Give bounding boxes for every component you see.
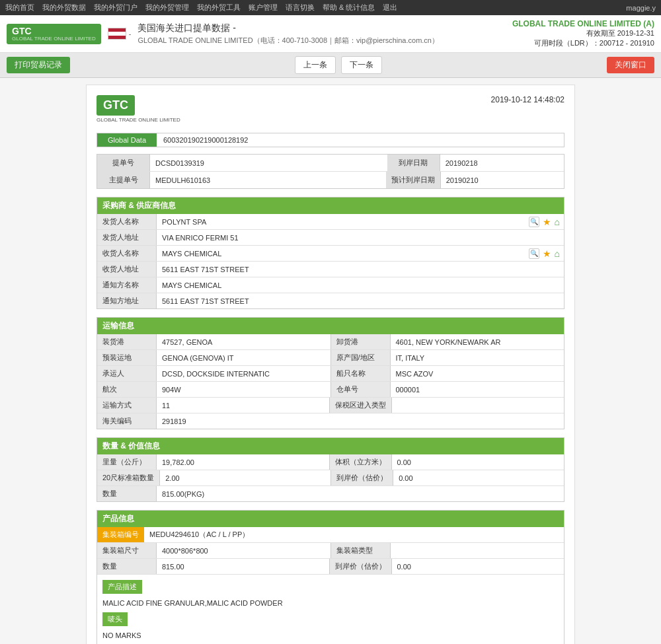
- doc-logo-image: GTC: [97, 95, 135, 116]
- storage-value: 000001: [391, 382, 564, 397]
- notify-name-value: MAYS CHEMICAL: [157, 277, 564, 293]
- master-bill-value: MEDULH610163: [150, 172, 386, 188]
- prev-button[interactable]: 上一条: [295, 56, 336, 74]
- marks-value: NO MARKS: [102, 629, 559, 642]
- usage-period: 可用时段（LDR）：200712 - 201910: [512, 38, 654, 48]
- transport-mode-row: 运输方式 11 保税区进入类型: [97, 398, 564, 413]
- next-button[interactable]: 下一条: [341, 56, 382, 74]
- shipper-search-icon[interactable]: 🔍: [529, 217, 539, 227]
- quantity-section-title: 数量 & 价值信息: [97, 438, 564, 454]
- nav-export-mgmt[interactable]: 我的外贸管理: [145, 3, 189, 13]
- volume-label: 体积（立方米）: [330, 454, 392, 470]
- consignee-star-icon[interactable]: ★: [543, 248, 551, 259]
- container20-row: 20尺标准箱数量 2.00 到岸价（估价） 0.00: [97, 470, 564, 486]
- container-id-row: 集装箱编号 MEDU4294610（AC / L / PP）: [97, 527, 564, 543]
- logo: GTC GLOBAL TRADE ONLINE LIMITED: [7, 24, 101, 44]
- global-data-label: Global Data: [97, 133, 157, 147]
- product-desc-container: 产品描述 MALIC ACID FINE GRANULAR,MALIC ACID…: [97, 575, 564, 644]
- notify-addr-value: 5611 EAST 71ST STREET: [157, 293, 564, 308]
- marks-label: 唛头: [102, 612, 128, 626]
- estimated-date-label: 预计到岸日期: [386, 172, 441, 188]
- nav-account-mgmt[interactable]: 账户管理: [249, 3, 278, 13]
- product-qty-value: 815.00: [157, 559, 330, 574]
- flag-icon: -: [108, 28, 132, 40]
- nav-home[interactable]: 我的首页: [5, 3, 34, 13]
- consignee-actions: 🔍 ★ ⌂: [529, 246, 564, 261]
- consignee-addr-row: 收货人地址 5611 EAST 71ST STREET: [97, 262, 564, 277]
- notify-name-label: 通知方名称: [97, 277, 157, 293]
- top-navigation: 我的首页 我的外贸数据 我的外贸门户 我的外贸管理 我的外贸工具 账户管理 语言…: [0, 0, 661, 15]
- voyage-value: 904W: [157, 382, 331, 397]
- current-user: maggie.y: [626, 4, 656, 12]
- container-type-label: 集装箱类型: [331, 543, 391, 558]
- shipper-name-row: 发货人名称 POLYNT SPA 🔍 ★ ⌂: [97, 214, 564, 230]
- qty-value: 815.00(PKG): [157, 486, 564, 501]
- load-place-row: 预装运地 GENOA (GENOVA) IT 原产国/地区 IT, ITALY: [97, 350, 564, 366]
- consignee-addr-label: 收货人地址: [97, 262, 157, 277]
- shipper-star-icon[interactable]: ★: [543, 217, 551, 227]
- main-content: GTC GLOBAL TRADE ONLINE LIMITED 2019-10-…: [0, 78, 661, 644]
- qty-label: 数量: [97, 486, 157, 501]
- product-price-value: 0.00: [392, 559, 564, 574]
- product-desc-value: MALIC ACID FINE GRANULAR,MALIC ACID POWD…: [102, 596, 559, 610]
- basic-info-section: 提单号 DCSD0139319 到岸日期 20190218 主提单号 MEDUL…: [97, 154, 564, 189]
- weight-row: 里量（公斤） 19,782.00 体积（立方米） 0.00: [97, 454, 564, 470]
- product-price-label: 到岸价（估价）: [330, 559, 392, 574]
- global-data-section: Global Data 600320190219000128192: [97, 133, 564, 147]
- arrival-date-label: 到岸日期: [387, 155, 440, 171]
- nav-import-data[interactable]: 我的外贸数据: [42, 3, 86, 13]
- doc-logo: GTC GLOBAL TRADE ONLINE LIMITED: [97, 95, 180, 123]
- close-button[interactable]: 关闭窗口: [607, 57, 654, 73]
- estimated-date-value: 20190210: [441, 172, 564, 188]
- container-size-label: 集装箱尺寸: [97, 543, 157, 558]
- container-id-value: MEDU4294610（AC / L / PP）: [144, 527, 564, 542]
- load-place-value: GENOA (GENOVA) IT: [157, 350, 331, 365]
- qty-row: 数量 815.00(PKG): [97, 486, 564, 501]
- container-type-value: [391, 543, 564, 558]
- shipper-home-icon[interactable]: ⌂: [555, 217, 560, 227]
- unit-price-value: 0.00: [393, 470, 564, 485]
- customs-code-label: 海关编码: [97, 413, 157, 429]
- global-data-value: 600320190219000128192: [157, 133, 564, 147]
- nav-export-portal[interactable]: 我的外贸门户: [94, 3, 137, 13]
- product-qty-label: 数量: [97, 559, 157, 574]
- print-button[interactable]: 打印贸易记录: [7, 57, 70, 73]
- header-right-info: GLOBAL TRADE ONLINE LIMITED (A) 有效期至 201…: [512, 19, 654, 48]
- consignee-search-icon[interactable]: 🔍: [529, 248, 539, 259]
- shipper-addr-label: 发货人地址: [97, 230, 157, 245]
- voyage-label: 航次: [97, 382, 157, 397]
- nav-export-tools[interactable]: 我的外贸工具: [197, 3, 241, 13]
- doc-logo-sub: GLOBAL TRADE ONLINE LIMITED: [97, 117, 180, 123]
- carrier-value: DCSD, DOCKSIDE INTERNATIC: [157, 366, 331, 381]
- origin-country-label: 原产国/地区: [331, 350, 391, 365]
- company-info: GLOBAL TRADE ONLINE LIMITED（电话：400-710-3…: [137, 36, 439, 46]
- page-header: GTC GLOBAL TRADE ONLINE LIMITED - 美国海关进口…: [0, 15, 661, 53]
- port-row: 装货港 47527, GENOA 卸货港 4601, NEW YORK/NEWA…: [97, 334, 564, 350]
- dest-port-label: 卸货港: [331, 334, 391, 349]
- notify-addr-label: 通知方地址: [97, 293, 157, 308]
- product-desc-label: 产品描述: [102, 580, 142, 594]
- nav-help[interactable]: 帮助 & 统计信息: [323, 3, 375, 13]
- valid-until: 有效期至 2019-12-31: [512, 28, 654, 38]
- nav-logout[interactable]: 退出: [383, 3, 397, 13]
- container20-value: 2.00: [160, 470, 331, 485]
- unit-price-label: 到岸价（估价）: [331, 470, 393, 485]
- ftz-type-value: [392, 398, 564, 413]
- origin-country-value: IT, ITALY: [391, 350, 564, 365]
- bill-no-label: 提单号: [97, 155, 150, 171]
- weight-value: 19,782.00: [157, 454, 330, 470]
- shipper-actions: 🔍 ★ ⌂: [529, 214, 564, 229]
- shipper-section: 采购商 & 供应商信息 发货人名称 POLYNT SPA 🔍 ★ ⌂ 发货人地址…: [97, 197, 564, 309]
- weight-label: 里量（公斤）: [97, 454, 157, 470]
- shipper-addr-row: 发货人地址 VIA ENRICO FERMI 51: [97, 230, 564, 246]
- arrival-date-value: 20190218: [440, 155, 564, 171]
- container-id-label: 集装箱编号: [97, 527, 144, 542]
- consignee-home-icon[interactable]: ⌂: [555, 248, 560, 259]
- transport-mode-label: 运输方式: [97, 398, 157, 413]
- product-section: 产品信息 集装箱编号 MEDU4294610（AC / L / PP） 集装箱尺…: [97, 510, 564, 644]
- nav-language[interactable]: 语言切换: [286, 3, 315, 13]
- page-title: 美国海关进口提单数据 -: [137, 22, 439, 34]
- consignee-name-row: 收货人名称 MAYS CHEMICAL 🔍 ★ ⌂: [97, 246, 564, 262]
- top-toolbar: 打印贸易记录 上一条 下一条 关闭窗口: [0, 53, 661, 78]
- transport-section-title: 运输信息: [97, 318, 564, 334]
